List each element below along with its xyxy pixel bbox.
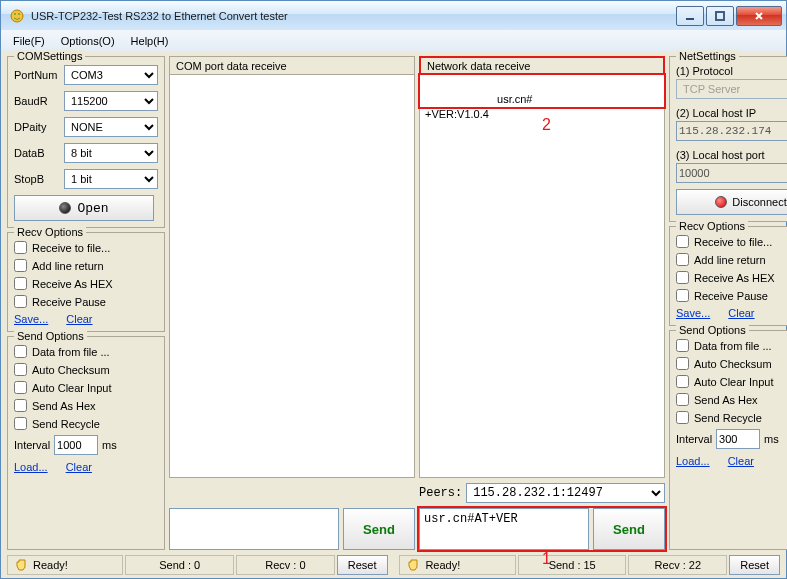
net-send-input[interactable]: usr.cn#AT+VER <box>419 508 589 550</box>
ready-icon <box>14 558 28 572</box>
send-ashex-left[interactable]: Send As Hex <box>14 399 158 412</box>
send-fromfile-left[interactable]: Data from file ... <box>14 345 158 358</box>
status-dot-icon <box>59 202 71 214</box>
portnum-label: PortNum <box>14 69 60 81</box>
svg-point-2 <box>18 13 20 15</box>
svg-rect-4 <box>716 12 724 20</box>
svg-point-0 <box>11 10 23 22</box>
send-autock-right[interactable]: Auto Checksum <box>676 357 787 370</box>
send-options-right: Send Options Data from file ... Auto Che… <box>669 330 787 550</box>
send-count-left: Send : 0 <box>125 555 234 575</box>
send-options-left: Send Options Data from file ... Auto Che… <box>7 336 165 550</box>
portnum-select[interactable]: COM3 <box>64 65 158 85</box>
recv-ashex-right[interactable]: Receive As HEX <box>676 271 787 284</box>
ready-icon <box>406 558 420 572</box>
net-recv-area[interactable]: usr.cn# +VER:V1.0.4 <box>419 74 665 478</box>
window-title: USR-TCP232-Test RS232 to Ethernet Conver… <box>31 10 676 22</box>
reset-right-button[interactable]: Reset <box>729 555 780 575</box>
protocol-label: (1) Protocol <box>676 65 787 77</box>
send-count-right: Send : 15 <box>518 555 627 575</box>
datab-select[interactable]: 8 bit <box>64 143 158 163</box>
com-recv-title: COM port data receive <box>169 56 415 74</box>
send-recycle-left[interactable]: Send Recycle <box>14 417 158 430</box>
recv-options-right: Recv Options Receive to file... Add line… <box>669 226 787 326</box>
menu-help[interactable]: Help(H) <box>123 32 177 50</box>
port-input[interactable] <box>676 163 787 183</box>
netsettings-group: NetSettings (1) Protocol TCP Server (2) … <box>669 56 787 222</box>
recv-tofile-left[interactable]: Receive to file... <box>14 241 158 254</box>
com-recv-area[interactable] <box>169 74 415 478</box>
comsettings-legend: COMSettings <box>14 50 85 62</box>
reset-left-button[interactable]: Reset <box>337 555 388 575</box>
send-fromfile-right[interactable]: Data from file ... <box>676 339 787 352</box>
com-send-button[interactable]: Send <box>343 508 415 550</box>
datab-label: DataB <box>14 147 60 159</box>
menu-options[interactable]: Options(O) <box>53 32 123 50</box>
stopb-select[interactable]: 1 bit <box>64 169 158 189</box>
net-send-button[interactable]: Send <box>593 508 665 550</box>
interval-input-left[interactable] <box>54 435 98 455</box>
menu-bar: File(F) Options(O) Help(H) <box>0 30 787 52</box>
close-button[interactable] <box>736 6 782 26</box>
status-bar: Ready! Send : 0 Recv : 0 Reset Ready! Se… <box>7 554 780 576</box>
svg-point-1 <box>14 13 16 15</box>
stopb-label: StopB <box>14 173 60 185</box>
menu-file[interactable]: File(F) <box>5 32 53 50</box>
com-send-input[interactable] <box>169 508 339 550</box>
ready-right: Ready! <box>425 559 460 571</box>
recv-save-left[interactable]: Save... <box>14 313 48 325</box>
minimize-button[interactable] <box>676 6 704 26</box>
recv-addline-left[interactable]: Add line return <box>14 259 158 272</box>
recv-options-left: Recv Options Receive to file... Add line… <box>7 232 165 332</box>
send-load-right[interactable]: Load... <box>676 455 710 467</box>
recv-pause-left[interactable]: Receive Pause <box>14 295 158 308</box>
baud-label: BaudR <box>14 95 60 107</box>
comsettings-group: COMSettings PortNumCOM3 BaudR115200 DPai… <box>7 56 165 228</box>
recv-ashex-left[interactable]: Receive As HEX <box>14 277 158 290</box>
send-recycle-right[interactable]: Send Recycle <box>676 411 787 424</box>
net-recv-title: Network data receive <box>419 56 665 74</box>
status-dot-icon <box>715 196 727 208</box>
send-load-left[interactable]: Load... <box>14 461 48 473</box>
interval-input-right[interactable] <box>716 429 760 449</box>
peers-label: Peers: <box>419 486 462 500</box>
ip-label: (2) Local host IP <box>676 107 787 119</box>
recv-tofile-right[interactable]: Receive to file... <box>676 235 787 248</box>
parity-select[interactable]: NONE <box>64 117 158 137</box>
recv-save-right[interactable]: Save... <box>676 307 710 319</box>
recv-clear-right[interactable]: Clear <box>728 307 754 319</box>
parity-label: DPaity <box>14 121 60 133</box>
port-label: (3) Local host port <box>676 149 787 161</box>
recv-clear-left[interactable]: Clear <box>66 313 92 325</box>
baud-select[interactable]: 115200 <box>64 91 158 111</box>
recv-count-left: Recv : 0 <box>236 555 335 575</box>
maximize-button[interactable] <box>706 6 734 26</box>
send-ashex-right[interactable]: Send As Hex <box>676 393 787 406</box>
disconnect-button[interactable]: Disconnect <box>676 189 787 215</box>
open-button[interactable]: Open <box>14 195 154 221</box>
send-autoclr-left[interactable]: Auto Clear Input <box>14 381 158 394</box>
app-icon <box>9 8 25 24</box>
send-autock-left[interactable]: Auto Checksum <box>14 363 158 376</box>
recv-addline-right[interactable]: Add line return <box>676 253 787 266</box>
ready-left: Ready! <box>33 559 68 571</box>
peers-select[interactable]: 115.28.232.1:12497 <box>466 483 665 503</box>
title-bar: USR-TCP232-Test RS232 to Ethernet Conver… <box>0 0 787 30</box>
send-clear-right[interactable]: Clear <box>728 455 754 467</box>
recv-count-right: Recv : 22 <box>628 555 727 575</box>
protocol-select[interactable]: TCP Server <box>676 79 787 99</box>
ip-input[interactable] <box>676 121 787 141</box>
recv-pause-right[interactable]: Receive Pause <box>676 289 787 302</box>
send-clear-left[interactable]: Clear <box>66 461 92 473</box>
send-autoclr-right[interactable]: Auto Clear Input <box>676 375 787 388</box>
svg-rect-3 <box>686 18 694 20</box>
